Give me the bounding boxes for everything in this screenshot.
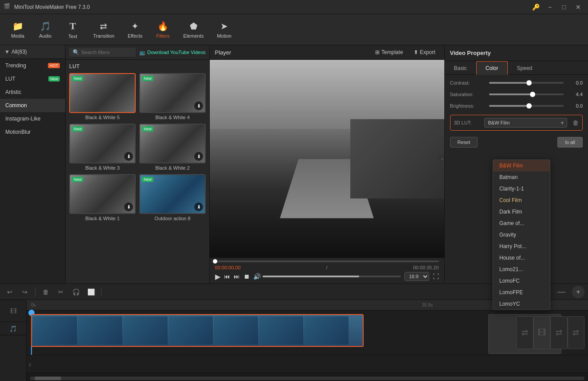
apply-all-button[interactable]: lo all bbox=[557, 137, 583, 148]
volume-icon[interactable]: 🔊 bbox=[253, 273, 261, 280]
filter-thumb-bw3[interactable]: New ⬇ bbox=[69, 124, 136, 163]
toolbar-filters[interactable]: 🔥 Filters bbox=[149, 18, 176, 41]
zoom-bar[interactable] bbox=[30, 377, 584, 380]
filter-thumb-outdoor[interactable]: New ⬇ bbox=[139, 174, 206, 214]
new-badge-outdoor: New bbox=[142, 177, 153, 182]
tab-basic[interactable]: Basic bbox=[445, 61, 476, 75]
filter-item-bw1[interactable]: New ⬇ Black & White 1 bbox=[69, 174, 136, 221]
zoom-thumb[interactable] bbox=[35, 377, 61, 380]
dropdown-item-bwfilm[interactable]: B&W Film bbox=[493, 160, 550, 171]
youtube-download-button[interactable]: 📺 Download YouTube Videos bbox=[139, 50, 206, 55]
export-button[interactable]: ⬆ Export bbox=[410, 48, 439, 57]
prev-frame-button[interactable]: ⏮ bbox=[224, 273, 230, 280]
contrast-slider[interactable] bbox=[489, 82, 564, 84]
filter-panel: 🔍 📺 Download YouTube Videos LUT New Blac… bbox=[66, 45, 210, 284]
dropdown-item-gravity[interactable]: Gravity bbox=[493, 229, 550, 241]
undo-button[interactable]: ↩ bbox=[4, 286, 16, 298]
toolbar-audio[interactable]: 🎵 Audio bbox=[32, 18, 59, 41]
minimize-button[interactable]: − bbox=[544, 1, 556, 13]
dropdown-item-houseof[interactable]: House of... bbox=[493, 252, 550, 264]
play-button[interactable]: ▶ bbox=[215, 272, 220, 281]
filter-item-bw3[interactable]: New ⬇ Black & White 3 bbox=[69, 124, 136, 171]
dropdown-item-clarity[interactable]: Clarity-1-1 bbox=[493, 183, 550, 194]
dropdown-item-lomo21[interactable]: Lomo21... bbox=[493, 264, 550, 275]
dropdown-item-harrypot[interactable]: Harry Pot... bbox=[493, 241, 550, 252]
contrast-thumb[interactable] bbox=[526, 80, 532, 86]
toolbar-media[interactable]: 📁 Media bbox=[4, 18, 31, 41]
sidebar-item-motionblur[interactable]: MotionBlur bbox=[0, 125, 65, 139]
sidebar-item-lut[interactable]: LUT New bbox=[0, 72, 65, 86]
filter-name-bw1: Black & White 1 bbox=[85, 216, 120, 221]
dropdown-item-lomofc[interactable]: LomoFC bbox=[493, 275, 550, 284]
toolbar-motion[interactable]: ➤ Motion bbox=[211, 18, 238, 41]
filter-item-bw4[interactable]: New ⬇ Black & White 4 bbox=[139, 73, 206, 120]
filter-item-bw2[interactable]: New ⬇ Black & White 2 bbox=[139, 124, 206, 171]
saturation-thumb[interactable] bbox=[530, 92, 535, 97]
template-button[interactable]: ⊞ Template bbox=[372, 48, 407, 57]
sidebar-item-instagram[interactable]: Instagram-Like bbox=[0, 112, 65, 125]
all-filters-header[interactable]: ▼ All(83) bbox=[0, 45, 65, 59]
toolbar-elements[interactable]: ⬟ Elements bbox=[177, 18, 210, 41]
brightness-slider-container bbox=[489, 105, 564, 107]
lut-select[interactable]: B&W Film Batman Clarity-1-1 Cool Film Da… bbox=[484, 118, 568, 128]
expand-panel-icon[interactable]: › bbox=[439, 155, 444, 163]
search-input[interactable] bbox=[81, 50, 132, 55]
fullscreen-button[interactable]: ⛶ bbox=[433, 273, 439, 280]
filter-item-bw5[interactable]: New Black & White 5 bbox=[69, 73, 136, 120]
delete-button[interactable]: 🗑 bbox=[39, 286, 52, 298]
brightness-thumb[interactable] bbox=[526, 103, 532, 109]
aspect-ratio-select[interactable]: 16:9 4:3 1:1 9:16 bbox=[404, 272, 429, 281]
transition-arrow-end[interactable]: ⇄ bbox=[568, 316, 585, 349]
collapse-arrow: ▼ bbox=[4, 49, 10, 55]
next-frame-button[interactable]: ⏭ bbox=[234, 273, 240, 280]
toolbar-transition[interactable]: ⇄ Transition bbox=[87, 18, 121, 41]
filter-thumb-bw2[interactable]: New ⬇ bbox=[139, 124, 206, 163]
redo-button[interactable]: ↪ bbox=[19, 286, 31, 298]
new-badge-bw2: New bbox=[142, 126, 153, 132]
toolbar-divider-1 bbox=[35, 288, 35, 296]
tab-color[interactable]: Color bbox=[476, 61, 508, 75]
audio-button[interactable]: 🎧 bbox=[70, 286, 82, 298]
filter-toolbar: 🔍 📺 Download YouTube Videos bbox=[66, 45, 209, 60]
maximize-button[interactable]: □ bbox=[558, 1, 570, 13]
volume-bar[interactable] bbox=[263, 276, 401, 277]
transition-arrow-left[interactable]: ⇄ bbox=[516, 316, 533, 349]
dropdown-item-gameof[interactable]: Game of... bbox=[493, 218, 550, 229]
dropdown-item-coolfilm[interactable]: Cool Film bbox=[493, 194, 550, 206]
cut-button[interactable]: ✂ bbox=[55, 286, 67, 298]
dropdown-item-darkfilm[interactable]: Dark Film bbox=[493, 206, 550, 218]
tab-speed[interactable]: Speed bbox=[508, 61, 542, 75]
zoom-out-button[interactable]: — bbox=[555, 286, 568, 298]
music-track-icon[interactable]: 🎵 bbox=[0, 322, 26, 335]
toolbar-text[interactable]: T Text bbox=[59, 18, 86, 42]
toolbar-effects[interactable]: ✦ Effects bbox=[122, 18, 149, 41]
close-button[interactable]: ✕ bbox=[572, 1, 584, 13]
transition-arrow-right[interactable]: ⇄ bbox=[550, 316, 568, 349]
clip-thumb-2 bbox=[78, 316, 122, 345]
sidebar-item-common[interactable]: Common bbox=[0, 99, 65, 112]
crop-button[interactable]: ⬜ bbox=[85, 286, 97, 298]
sidebar-item-artistic[interactable]: Artistic bbox=[0, 86, 65, 99]
add-track-button[interactable]: + bbox=[572, 286, 584, 298]
search-box[interactable]: 🔍 bbox=[69, 48, 136, 57]
transition-arrow-mid[interactable]: 🎞 bbox=[533, 316, 551, 349]
player-progress-bar[interactable] bbox=[215, 260, 439, 262]
lut-delete-button[interactable]: 🗑 bbox=[572, 119, 579, 126]
progress-thumb[interactable] bbox=[213, 259, 217, 264]
export-icon: ⬆ bbox=[414, 49, 418, 55]
stop-button[interactable]: ⏹ bbox=[243, 273, 250, 280]
filter-thumb-bw5[interactable]: New bbox=[69, 73, 136, 113]
key-icon[interactable]: 🔑 bbox=[529, 1, 542, 13]
filter-thumb-bw4[interactable]: New ⬇ bbox=[139, 73, 206, 113]
sidebar-item-trending[interactable]: Trending HOT bbox=[0, 59, 65, 72]
main-video-clip[interactable] bbox=[31, 314, 364, 347]
player-panel: Player ⊞ Template ⬆ Export bbox=[210, 45, 445, 284]
video-track-icon[interactable]: 🎞 bbox=[0, 300, 26, 322]
filter-thumb-bw1[interactable]: New ⬇ bbox=[69, 174, 136, 214]
lut-select-wrapper: B&W Film Batman Clarity-1-1 Cool Film Da… bbox=[484, 118, 568, 128]
filter-item-outdoor[interactable]: New ⬇ Outdoor action 8 bbox=[139, 174, 206, 221]
dropdown-item-batman[interactable]: Batman bbox=[493, 171, 550, 183]
saturation-slider[interactable] bbox=[489, 93, 564, 95]
brightness-slider[interactable] bbox=[489, 105, 564, 107]
reset-button[interactable]: Reset bbox=[450, 137, 478, 148]
